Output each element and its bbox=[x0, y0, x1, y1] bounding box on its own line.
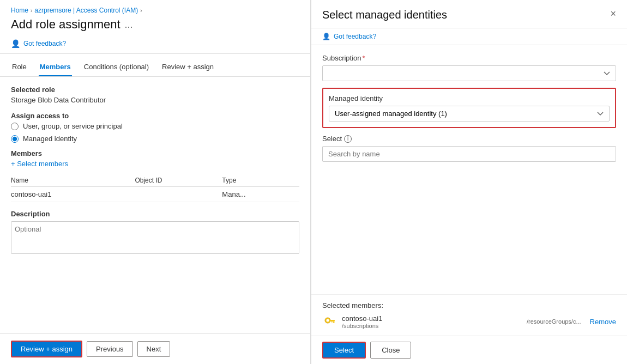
feedback-label: Got feedback? bbox=[23, 40, 66, 47]
left-panel: Home › azrpremsore | Access Control (IAM… bbox=[0, 0, 311, 364]
page-title-row: Add role assignment ... bbox=[0, 17, 310, 37]
feedback-icon: 👤 bbox=[11, 39, 20, 48]
radio-user-group-label: User, group, or service principal bbox=[23, 122, 123, 130]
tab-members[interactable]: Members bbox=[39, 58, 72, 76]
description-input[interactable] bbox=[11, 221, 299, 254]
managed-identity-label: Managed identity bbox=[329, 94, 610, 102]
selected-members-label: Selected members: bbox=[322, 301, 616, 310]
panel-body: Selected role Storage Blob Data Contribu… bbox=[0, 77, 310, 333]
dialog-feedback[interactable]: 👤 Got feedback? bbox=[311, 28, 627, 45]
member-resource: /resourceGroups/c... bbox=[463, 318, 581, 325]
col-type: Type bbox=[222, 174, 299, 187]
member-path: /subscriptions bbox=[342, 323, 459, 329]
col-name: Name bbox=[11, 174, 135, 187]
member-name: contoso-uai1 bbox=[11, 187, 135, 202]
previous-button[interactable]: Previous bbox=[87, 341, 133, 357]
member-info: contoso-uai1 /subscriptions bbox=[342, 314, 459, 329]
selected-role-label: Selected role bbox=[11, 86, 299, 94]
svg-rect-2 bbox=[330, 320, 335, 321]
dialog-close-button[interactable]: Close bbox=[370, 342, 411, 359]
svg-rect-3 bbox=[333, 321, 335, 323]
dialog-body: Subscription* Managed identity User-assi… bbox=[311, 45, 627, 294]
radio-user-group: User, group, or service principal bbox=[11, 122, 299, 130]
remove-link[interactable]: Remove bbox=[590, 318, 616, 326]
search-input[interactable] bbox=[322, 146, 616, 162]
col-object-id: Object ID bbox=[135, 174, 222, 187]
managed-identity-box: Managed identity User-assigned managed i… bbox=[322, 88, 616, 128]
radio-managed-identity-label: Managed identity bbox=[23, 135, 77, 143]
assign-access-label: Assign access to bbox=[11, 112, 299, 120]
more-button[interactable]: ... bbox=[125, 19, 133, 31]
dialog-feedback-label: Got feedback? bbox=[334, 33, 376, 40]
description-section: Description bbox=[11, 210, 299, 256]
description-label: Description bbox=[11, 210, 299, 218]
page-title: Add role assignment bbox=[11, 17, 120, 32]
svg-point-1 bbox=[327, 319, 329, 322]
breadcrumb-resource[interactable]: azrpremsore | Access Control (IAM) bbox=[34, 7, 138, 14]
radio-user-group-input[interactable] bbox=[11, 123, 19, 130]
svg-rect-4 bbox=[331, 321, 333, 323]
bottom-bar: Review + assign Previous Next bbox=[0, 333, 310, 364]
review-assign-button[interactable]: Review + assign bbox=[11, 341, 82, 357]
members-label: Members bbox=[11, 149, 299, 157]
select-field-label: Select i bbox=[322, 135, 616, 143]
selected-member-row: contoso-uai1 /subscriptions /resourceGro… bbox=[322, 314, 616, 329]
info-icon[interactable]: i bbox=[344, 135, 352, 143]
selected-members-section: Selected members: contoso-uai1 /subscrip… bbox=[311, 294, 627, 336]
member-object-id bbox=[135, 187, 222, 202]
select-button[interactable]: Select bbox=[322, 342, 366, 359]
subscription-required: * bbox=[363, 54, 365, 62]
breadcrumb: Home › azrpremsore | Access Control (IAM… bbox=[0, 0, 310, 17]
member-type: Mana... bbox=[222, 187, 299, 202]
managed-identity-dropdown[interactable]: User-assigned managed identity (1) bbox=[329, 106, 610, 122]
select-label-text: Select bbox=[322, 135, 342, 143]
selected-role-value: Storage Blob Data Contributor bbox=[11, 96, 299, 104]
radio-managed-identity: Managed identity bbox=[11, 135, 299, 143]
feedback-row[interactable]: 👤 Got feedback? bbox=[0, 37, 310, 53]
member-key-icon bbox=[322, 314, 337, 329]
breadcrumb-home[interactable]: Home bbox=[11, 7, 28, 14]
dialog-header: Select managed identities × bbox=[311, 0, 627, 28]
members-section: Members + Select members Name Object ID … bbox=[11, 149, 299, 202]
breadcrumb-sep1: › bbox=[31, 8, 32, 14]
radio-group: User, group, or service principal Manage… bbox=[11, 122, 299, 143]
dialog-bottom: Select Close bbox=[311, 336, 627, 364]
radio-managed-identity-input[interactable] bbox=[11, 135, 19, 143]
subscription-dropdown[interactable] bbox=[322, 65, 616, 81]
tab-conditions[interactable]: Conditions (optional) bbox=[83, 58, 150, 76]
subscription-label: Subscription* bbox=[322, 54, 616, 62]
close-button[interactable]: × bbox=[610, 9, 616, 19]
members-table: Name Object ID Type contoso-uai1 Mana... bbox=[11, 174, 299, 202]
breadcrumb-sep2: › bbox=[140, 8, 142, 14]
tab-review-assign[interactable]: Review + assign bbox=[161, 58, 215, 76]
dialog-feedback-icon: 👤 bbox=[322, 33, 330, 40]
tab-role[interactable]: Role bbox=[11, 58, 28, 76]
right-panel: Select managed identities × 👤 Got feedba… bbox=[311, 0, 627, 364]
select-members-link[interactable]: + Select members bbox=[11, 160, 299, 168]
table-row: contoso-uai1 Mana... bbox=[11, 187, 299, 202]
dialog-title: Select managed identities bbox=[322, 9, 447, 21]
tabs: Role Members Conditions (optional) Revie… bbox=[0, 54, 310, 77]
member-name-display: contoso-uai1 bbox=[342, 314, 459, 323]
next-button[interactable]: Next bbox=[137, 341, 171, 357]
